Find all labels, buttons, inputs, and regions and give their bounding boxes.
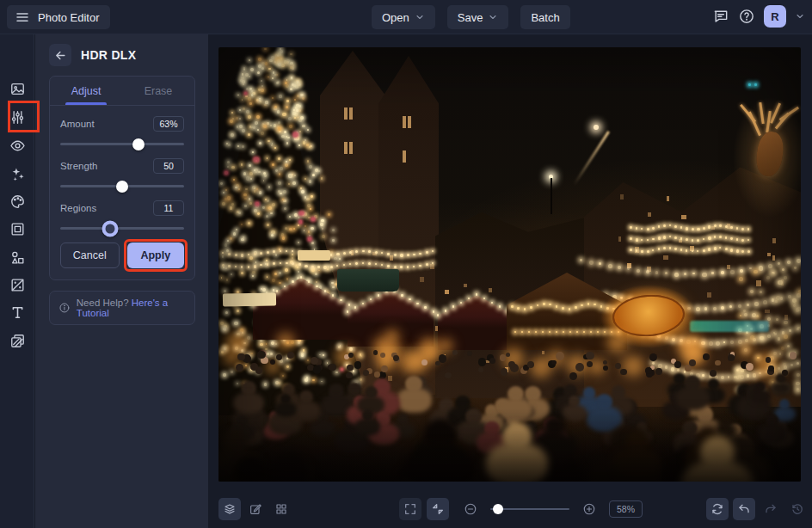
sidebar-item-graphics[interactable] [6, 246, 28, 268]
slider-track[interactable] [60, 227, 184, 230]
help-icon[interactable] [738, 8, 755, 25]
photo-detail [797, 293, 801, 298]
photo-detail [778, 262, 780, 265]
photo-detail [615, 363, 621, 369]
hamburger-icon [15, 9, 30, 25]
draw-icon[interactable] [244, 498, 267, 520]
slider-track[interactable] [60, 185, 184, 187]
account-chevron-icon[interactable] [795, 11, 805, 21]
undo-icon[interactable] [733, 498, 755, 520]
zoom-in-icon[interactable] [578, 498, 600, 520]
lit-window [756, 280, 761, 285]
photo-detail [569, 308, 571, 310]
photo-detail [311, 357, 318, 365]
sidebar-item-adjust[interactable] [6, 106, 28, 128]
avatar[interactable]: R [764, 5, 786, 28]
slider-thumb[interactable] [116, 181, 128, 193]
slider-thumb[interactable] [132, 138, 145, 150]
photo-detail [309, 165, 312, 169]
photo-detail [251, 94, 253, 95]
photo-detail [575, 306, 577, 309]
photo-detail [401, 294, 403, 297]
apply-button[interactable]: Apply [127, 243, 185, 268]
sidebar-item-effects[interactable] [6, 163, 28, 185]
sidebar-item-touch-up[interactable] [6, 134, 28, 157]
panel-title: HDR DLX [81, 48, 136, 62]
cancel-button[interactable]: Cancel [60, 243, 120, 268]
feedback-icon[interactable] [712, 8, 729, 25]
photo-detail [773, 352, 777, 355]
photo-detail [230, 237, 232, 240]
photo-detail [281, 135, 284, 138]
photo-detail [228, 144, 231, 146]
photo-canvas[interactable] [218, 47, 801, 482]
photo-detail [283, 190, 286, 193]
zoom-slider-thumb[interactable] [493, 504, 503, 514]
sidebar-item-text[interactable] [6, 301, 28, 323]
photo-detail [231, 133, 234, 137]
photo-detail [296, 109, 298, 111]
photo-detail [272, 279, 275, 282]
photo-detail [307, 129, 309, 131]
photo-detail [775, 300, 777, 302]
photo-detail [303, 141, 305, 144]
tab-erase[interactable]: Erase [122, 77, 194, 105]
sidebar-item-frames[interactable] [6, 218, 28, 240]
photo-detail [237, 145, 239, 147]
photo-detail [241, 224, 243, 225]
slider-value[interactable]: 63% [153, 116, 184, 132]
photo-detail [243, 83, 244, 85]
redo-icon[interactable] [760, 498, 782, 520]
slider-value[interactable]: 11 [153, 200, 184, 216]
zoom-out-icon[interactable] [459, 498, 482, 520]
photo-detail [292, 112, 295, 114]
photo-detail [286, 84, 289, 88]
photo-detail [225, 171, 228, 175]
back-button[interactable] [49, 44, 71, 66]
zoom-slider[interactable] [490, 508, 569, 510]
photo-detail [304, 196, 307, 199]
batch-button[interactable]: Batch [520, 5, 569, 29]
open-button[interactable]: Open [372, 5, 435, 29]
photo-detail [235, 187, 237, 188]
reset-icon[interactable] [706, 498, 729, 520]
photo-detail [286, 142, 288, 144]
photo-detail [779, 353, 781, 354]
photo-detail [736, 227, 739, 230]
fit-screen-icon[interactable] [427, 498, 449, 520]
slider-label: Strength [60, 161, 97, 171]
photo-detail [737, 368, 741, 371]
photo-detail [294, 117, 296, 119]
tab-adjust[interactable]: Adjust [50, 77, 122, 105]
photo-detail [790, 364, 793, 366]
photo-detail [236, 117, 238, 120]
photo-detail [767, 317, 771, 321]
photo-detail [237, 126, 238, 127]
save-button[interactable]: Save [447, 5, 509, 29]
slider-track[interactable] [60, 143, 184, 145]
photo-detail [641, 250, 643, 253]
main-menu-button[interactable]: Photo Editor [7, 5, 110, 29]
grid-icon[interactable] [270, 498, 292, 520]
photo-detail [298, 263, 301, 266]
lit-window [663, 255, 668, 261]
photo-detail [704, 307, 708, 310]
slider-thumb[interactable] [102, 220, 118, 236]
zoom-level-value[interactable]: 58% [609, 500, 643, 518]
sidebar-item-artsy[interactable] [6, 190, 28, 212]
history-icon[interactable] [786, 498, 809, 520]
slider-value[interactable]: 50 [153, 158, 184, 174]
photo-detail [575, 363, 584, 371]
expand-icon[interactable] [399, 498, 421, 520]
photo-detail [780, 297, 783, 299]
sidebar-item-overlays[interactable] [6, 273, 28, 296]
photo-detail [297, 81, 298, 83]
photo-detail [741, 250, 744, 253]
photo-detail [740, 315, 741, 316]
photo-detail [686, 345, 701, 359]
sidebar-item-photo-manager[interactable] [6, 77, 28, 100]
layers-icon[interactable] [218, 498, 241, 520]
photo-detail [309, 180, 312, 183]
sidebar-item-textures[interactable] [6, 329, 28, 352]
lit-window [648, 212, 650, 217]
